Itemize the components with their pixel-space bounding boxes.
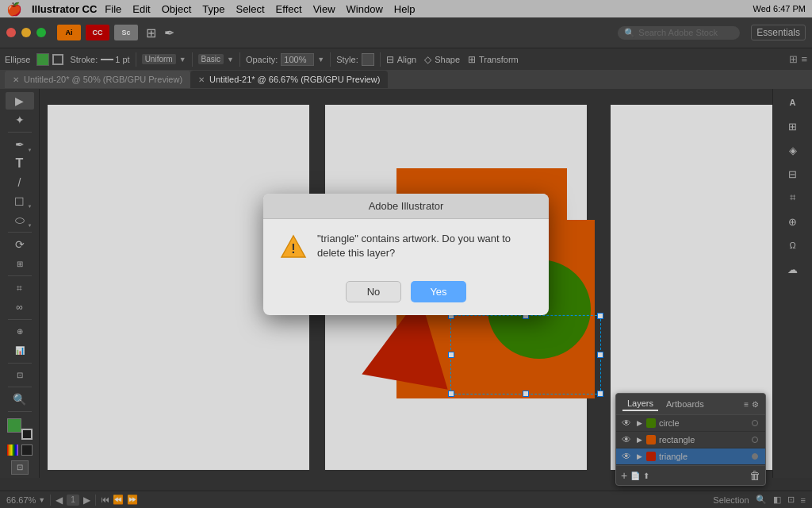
dialog-overlay: Adobe Illustrator ! "triangle" contains … [0,0,812,508]
warning-icon: ! [279,233,308,262]
dialog-titlebar: Adobe Illustrator [263,194,549,219]
dialog-body: ! "triangle" contains artwork. Do you wa… [263,219,549,275]
svg-text:!: ! [291,242,295,256]
dialog-message: "triangle" contains artwork. Do you want… [317,232,533,260]
dialog: Adobe Illustrator ! "triangle" contains … [263,194,549,315]
dialog-buttons: No Yes [263,275,549,315]
dialog-title: Adobe Illustrator [369,200,444,212]
no-button[interactable]: No [346,281,401,302]
yes-button[interactable]: Yes [411,281,466,302]
